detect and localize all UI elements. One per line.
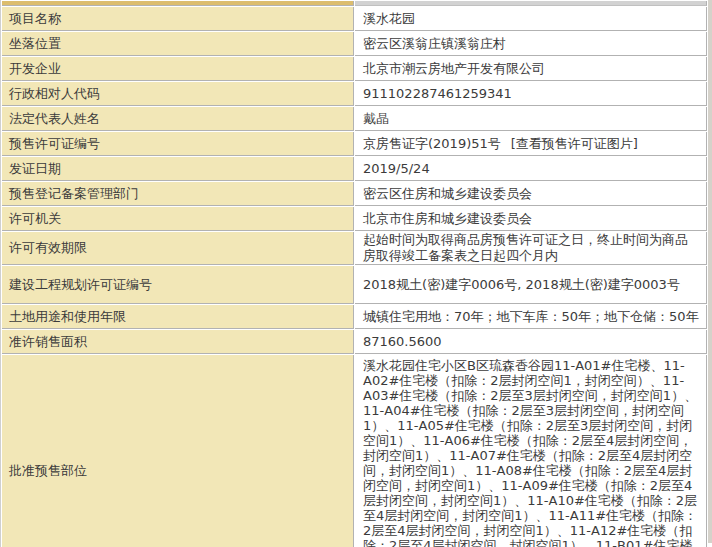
row-value: 2018规土(密)建字0006号, 2018规土(密)建字0003号: [355, 266, 707, 304]
row-permit-number: 预售许可证编号 京房售证字(2019)51号[查看预售许可证图片]: [2, 132, 707, 156]
presale-permit-table: 项目名称 溪水花园 坐落位置 密云区溪翁庄镇溪翁庄村 开发企业 北京市潮云房地产…: [0, 0, 708, 547]
row-label: 建设工程规划许可证编号: [2, 266, 354, 304]
row-label: 发证日期: [2, 157, 354, 181]
table-top-cutoff-row: [2, 1, 707, 6]
row-developer: 开发企业 北京市潮云房地产开发有限公司: [2, 57, 707, 81]
row-label: 项目名称: [2, 7, 354, 31]
row-value: 北京市潮云房地产开发有限公司: [355, 57, 707, 81]
row-value: 戴晶: [355, 107, 707, 131]
row-label: 预售登记备案管理部门: [2, 182, 354, 206]
row-label: 土地用途和使用年限: [2, 305, 354, 329]
permit-number-text: 京房售证字(2019)51号: [363, 136, 501, 151]
row-approved-presale-units: 批准预售部位 溪水花园住宅小区B区琉森香谷园11-A01#住宅楼、11-A02#…: [2, 355, 707, 547]
row-label: 坐落位置: [2, 32, 354, 56]
row-value: 溪水花园住宅小区B区琉森香谷园11-A01#住宅楼、11-A02#住宅楼（扣除：…: [355, 355, 707, 547]
row-issue-date: 发证日期 2019/5/24: [2, 157, 707, 181]
row-label: 开发企业: [2, 57, 354, 81]
row-value: 87160.5600: [355, 330, 707, 354]
row-value: 北京市住房和城乡建设委员会: [355, 207, 707, 231]
row-value: 起始时间为取得商品房预售许可证之日，终止时间为商品房取得竣工备案表之日起四个月内: [355, 232, 707, 265]
row-registration-department: 预售登记备案管理部门 密云区住房和城乡建设委员会: [2, 182, 707, 206]
page-edge-strip: [708, 0, 712, 543]
row-value: 京房售证字(2019)51号[查看预售许可证图片]: [355, 132, 707, 156]
row-value: 溪水花园: [355, 7, 707, 31]
row-label: 行政相对人代码: [2, 82, 354, 106]
cutoff-value-cell: [355, 1, 707, 6]
row-location: 坐落位置 密云区溪翁庄镇溪翁庄村: [2, 32, 707, 56]
row-label: 许可有效期限: [2, 232, 354, 265]
row-land-use-term: 土地用途和使用年限 城镇住宅用地：70年；地下车库：50年；地下仓储：50年: [2, 305, 707, 329]
row-label: 批准预售部位: [2, 355, 354, 547]
view-permit-image-link[interactable]: [查看预售许可证图片]: [511, 136, 638, 151]
row-admin-code: 行政相对人代码 911102287461259341: [2, 82, 707, 106]
row-value: 2019/5/24: [355, 157, 707, 181]
row-label: 法定代表人姓名: [2, 107, 354, 131]
row-planning-permit-number: 建设工程规划许可证编号 2018规土(密)建字0006号, 2018规土(密)建…: [2, 266, 707, 304]
row-value: 密云区溪翁庄镇溪翁庄村: [355, 32, 707, 56]
row-project-name: 项目名称 溪水花园: [2, 7, 707, 31]
row-label: 许可机关: [2, 207, 354, 231]
cutoff-label-cell: [2, 1, 354, 6]
row-value: 城镇住宅用地：70年；地下车库：50年；地下仓储：50年: [355, 305, 707, 329]
row-legal-representative: 法定代表人姓名 戴晶: [2, 107, 707, 131]
presale-permit-page: 项目名称 溪水花园 坐落位置 密云区溪翁庄镇溪翁庄村 开发企业 北京市潮云房地产…: [0, 0, 712, 547]
row-label: 准许销售面积: [2, 330, 354, 354]
row-label: 预售许可证编号: [2, 132, 354, 156]
row-value: 密云区住房和城乡建设委员会: [355, 182, 707, 206]
row-approved-sales-area: 准许销售面积 87160.5600: [2, 330, 707, 354]
row-validity-period: 许可有效期限 起始时间为取得商品房预售许可证之日，终止时间为商品房取得竣工备案表…: [2, 232, 707, 265]
row-value: 911102287461259341: [355, 82, 707, 106]
row-licensing-authority: 许可机关 北京市住房和城乡建设委员会: [2, 207, 707, 231]
